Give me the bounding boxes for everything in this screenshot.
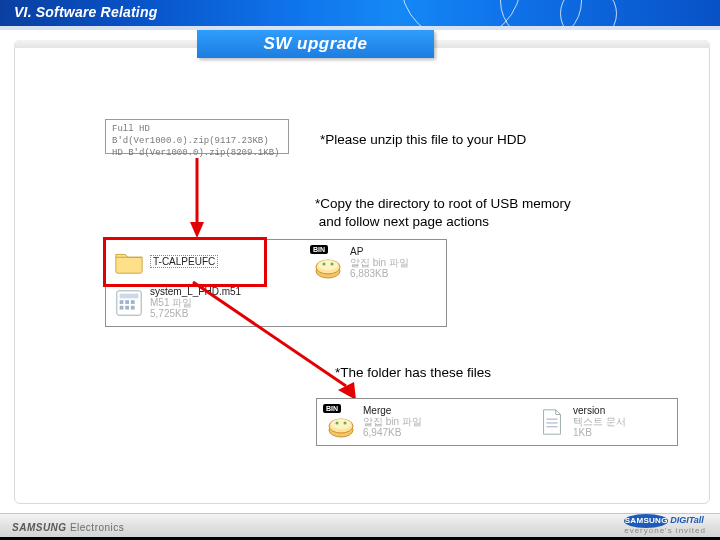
svg-rect-7 — [120, 305, 124, 309]
merge-file-item: BIN Merge 알집 bin 파일 6,947KB — [325, 405, 422, 438]
svg-point-13 — [323, 262, 326, 265]
folder-contents-panel: BIN Merge 알집 bin 파일 6,947KB version 텍스트 … — [316, 398, 678, 446]
svg-rect-9 — [131, 305, 135, 309]
version-file-item: version 텍스트 문서 1KB — [537, 405, 626, 438]
svg-point-21 — [344, 421, 347, 424]
merge-file-size: 6,947KB — [363, 427, 422, 438]
section-title: VI. Software Relating — [14, 4, 157, 20]
svg-rect-3 — [120, 293, 139, 298]
svg-rect-5 — [125, 300, 129, 304]
text-file-icon — [537, 407, 567, 437]
ap-file-name: AP — [350, 246, 409, 257]
svg-rect-6 — [131, 300, 135, 304]
system-file-size: 5,725KB — [150, 308, 241, 319]
system-file-type: M51 파일 — [150, 297, 241, 308]
svg-point-14 — [331, 262, 334, 265]
ap-file-item: BIN AP 알집 bin 파일 6,883KB — [312, 246, 409, 279]
bin-archive-icon: BIN — [325, 406, 357, 438]
footer-brand-left: SAMSUNG Electronics — [12, 522, 124, 533]
zip-line-1: Full HD B'd(Ver1000.0).zip(9117.23KB) — [112, 123, 282, 147]
subtitle-pill: SW upgrade — [197, 30, 434, 58]
folder-item: T-CALPEUFC — [114, 246, 218, 276]
version-file-name: version — [573, 405, 626, 416]
zip-file-box: Full HD B'd(Ver1000.0).zip(9117.23KB) HD… — [105, 119, 289, 154]
footer-brand-right: SAMSUNGDIGITall everyone's invited — [624, 514, 706, 535]
merge-file-type: 알집 bin 파일 — [363, 416, 422, 427]
svg-point-19 — [331, 419, 351, 429]
instruction-copy: *Copy the directory to root of USB memor… — [315, 195, 705, 231]
footer-brand-rest: Electronics — [67, 522, 125, 533]
version-file-size: 1KB — [573, 427, 626, 438]
instruction-folder-contents: *The folder has these files — [335, 364, 491, 382]
instruction-copy-line1: *Copy the directory to root of USB memor… — [315, 196, 571, 211]
svg-rect-8 — [125, 305, 129, 309]
bin-archive-icon: BIN — [312, 247, 344, 279]
ap-file-type: 알집 bin 파일 — [350, 257, 409, 268]
footer-digitall: DIGITall — [670, 515, 704, 525]
bin-badge: BIN — [323, 404, 341, 413]
bin-badge: BIN — [310, 245, 328, 254]
ap-file-size: 6,883KB — [350, 268, 409, 279]
svg-point-12 — [318, 260, 338, 270]
svg-rect-4 — [120, 300, 124, 304]
svg-point-20 — [336, 421, 339, 424]
merge-file-name: Merge — [363, 405, 422, 416]
version-file-type: 텍스트 문서 — [573, 416, 626, 427]
unzipped-folder-panel: T-CALPEUFC system_L_FHD.m51 M51 파일 5,725… — [105, 239, 447, 327]
subtitle-label: SW upgrade — [263, 34, 367, 54]
instruction-copy-line2: and follow next page actions — [315, 214, 489, 229]
zip-line-2: HD B'd(Ver1000.0).zip(8209.1KB) — [112, 147, 282, 159]
system-file-name: system_L_FHD.m51 — [150, 286, 241, 297]
system-file-item: system_L_FHD.m51 M51 파일 5,725KB — [114, 286, 241, 319]
footer-brand-bold: SAMSUNG — [12, 522, 67, 533]
footer-tagline: everyone's invited — [624, 526, 706, 535]
instruction-unzip: *Please unzip this file to your HDD — [320, 131, 526, 149]
data-file-icon — [114, 288, 144, 318]
footer-bar: SAMSUNG Electronics SAMSUNGDIGITall ever… — [0, 513, 720, 540]
slide-root: VI. Software Relating SW upgrade Full HD… — [0, 0, 720, 540]
folder-icon — [114, 246, 144, 276]
folder-name: T-CALPEUFC — [150, 255, 218, 268]
